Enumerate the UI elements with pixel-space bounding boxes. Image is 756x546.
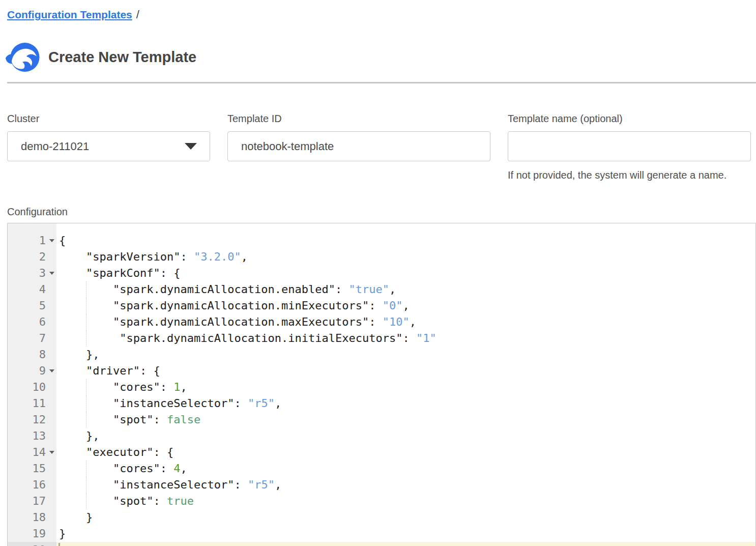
code-line[interactable]: "spark.dynamicAllocation.enabled": "true… bbox=[56, 281, 755, 298]
gutter-line-number: 3 bbox=[8, 265, 56, 281]
code-token: , bbox=[403, 299, 410, 312]
code-line[interactable]: }, bbox=[56, 347, 755, 363]
code-token: "cores" bbox=[113, 462, 160, 475]
code-token: , bbox=[180, 381, 187, 393]
code-token: : { bbox=[140, 364, 160, 377]
code-token: : bbox=[153, 495, 167, 507]
code-line[interactable] bbox=[56, 542, 755, 546]
code-token bbox=[59, 478, 113, 491]
code-token: "0" bbox=[383, 299, 403, 312]
code-token: "1" bbox=[416, 332, 437, 344]
code-token: : bbox=[160, 381, 174, 393]
code-token bbox=[59, 364, 86, 377]
code-token: }, bbox=[59, 429, 99, 442]
code-token: : bbox=[369, 299, 383, 312]
gutter-line-number: 14 bbox=[8, 444, 56, 461]
code-token: : bbox=[153, 413, 167, 426]
template-id-label: Template ID bbox=[227, 112, 490, 125]
cluster-field: Cluster demo-211021 bbox=[7, 112, 210, 181]
gutter-line-number: 4 bbox=[8, 281, 56, 298]
code-token: } bbox=[59, 511, 93, 524]
code-token: , bbox=[410, 315, 416, 328]
code-token bbox=[59, 315, 113, 328]
code-line[interactable]: "instanceSelector": "r5", bbox=[56, 395, 755, 412]
code-line[interactable]: "spark.dynamicAllocation.initialExecutor… bbox=[56, 330, 755, 347]
code-line[interactable]: "driver": { bbox=[56, 363, 755, 379]
breadcrumb-link-configuration-templates[interactable]: Configuration Templates bbox=[7, 9, 132, 20]
code-line[interactable]: "spot": true bbox=[56, 493, 755, 509]
code-line[interactable]: "sparkConf": { bbox=[56, 265, 755, 281]
editor-code-area[interactable]: { "sparkVersion": "3.2.0", "sparkConf": … bbox=[56, 223, 755, 546]
code-token bbox=[59, 446, 86, 458]
configuration-section: Configuration 12345678910111213141516171… bbox=[7, 206, 756, 546]
code-token bbox=[59, 332, 120, 344]
code-line[interactable]: "cores": 1, bbox=[56, 379, 755, 395]
code-token: , bbox=[180, 462, 187, 475]
code-line[interactable]: "cores": 4, bbox=[56, 461, 755, 477]
header-divider bbox=[7, 82, 756, 83]
template-name-field: Template name (optional) If not provided… bbox=[508, 112, 751, 181]
template-name-helper-text: If not provided, the system will generat… bbox=[508, 169, 751, 181]
gutter-line-number: 17 bbox=[8, 493, 56, 509]
code-token: : bbox=[369, 315, 383, 328]
code-token: 1 bbox=[173, 381, 180, 393]
fold-arrow-icon[interactable] bbox=[49, 451, 54, 454]
chevron-down-icon bbox=[185, 143, 197, 150]
code-line[interactable]: "executor": { bbox=[56, 444, 755, 461]
breadcrumb: Configuration Templates/ bbox=[7, 8, 756, 21]
gutter-line-number: 11 bbox=[8, 395, 56, 412]
gutter-line-number: 7 bbox=[8, 330, 56, 347]
template-name-input[interactable] bbox=[508, 131, 751, 161]
fold-arrow-icon[interactable] bbox=[49, 369, 54, 372]
text-cursor bbox=[59, 543, 60, 546]
code-line[interactable]: "instanceSelector": "r5", bbox=[56, 477, 755, 493]
code-token: 4 bbox=[173, 462, 180, 475]
code-token: : bbox=[234, 397, 248, 410]
code-token: "sparkVersion" bbox=[86, 250, 180, 263]
code-token: : { bbox=[160, 267, 181, 279]
fold-arrow-icon[interactable] bbox=[49, 239, 54, 242]
code-line[interactable]: "spot": false bbox=[56, 412, 755, 428]
code-token: : bbox=[335, 283, 349, 296]
template-id-field: Template ID bbox=[227, 112, 490, 181]
code-token: "3.2.0" bbox=[194, 250, 241, 263]
code-token: false bbox=[167, 413, 200, 426]
code-line[interactable]: { bbox=[56, 233, 755, 249]
code-line[interactable]: } bbox=[56, 509, 755, 526]
code-token: "spot" bbox=[113, 413, 153, 426]
gutter-line-number: 20 bbox=[8, 542, 56, 546]
code-token: "instanceSelector" bbox=[113, 397, 234, 410]
gutter-line-number: 8 bbox=[8, 347, 56, 363]
code-line[interactable]: "spark.dynamicAllocation.maxExecutors": … bbox=[56, 314, 755, 330]
code-token: "spark.dynamicAllocation.initialExecutor… bbox=[120, 332, 402, 344]
code-token: "sparkConf" bbox=[86, 267, 160, 279]
cluster-select-value: demo-211021 bbox=[21, 140, 89, 153]
cluster-select[interactable]: demo-211021 bbox=[7, 131, 210, 161]
code-token: , bbox=[275, 397, 281, 410]
ocean-wave-logo-icon bbox=[5, 43, 40, 72]
page-header: Create New Template bbox=[5, 43, 756, 72]
code-token: "cores" bbox=[113, 381, 160, 393]
code-token: : bbox=[180, 250, 194, 263]
code-line[interactable]: "sparkVersion": "3.2.0", bbox=[56, 249, 755, 265]
configuration-code-editor[interactable]: 1234567891011121314151617181920 { "spark… bbox=[7, 223, 756, 546]
code-line[interactable]: "spark.dynamicAllocation.minExecutors": … bbox=[56, 298, 755, 314]
template-id-input[interactable] bbox=[227, 131, 490, 161]
code-token: } bbox=[59, 527, 66, 540]
code-token bbox=[59, 462, 113, 475]
gutter-line-number: 19 bbox=[8, 526, 56, 542]
gutter-line-number: 9 bbox=[8, 363, 56, 379]
code-token: : bbox=[160, 462, 174, 475]
code-line[interactable]: }, bbox=[56, 428, 755, 444]
fold-arrow-icon[interactable] bbox=[49, 272, 54, 275]
code-line[interactable]: } bbox=[56, 526, 755, 542]
code-token: "10" bbox=[383, 315, 410, 328]
code-token: "spark.dynamicAllocation.enabled" bbox=[113, 283, 335, 296]
code-token bbox=[59, 267, 86, 279]
code-token bbox=[59, 283, 113, 296]
code-token: "r5" bbox=[248, 397, 275, 410]
code-token: "spark.dynamicAllocation.maxExecutors" bbox=[113, 315, 369, 328]
gutter-line-number: 12 bbox=[8, 412, 56, 428]
code-token bbox=[59, 413, 113, 426]
gutter-line-number: 15 bbox=[8, 461, 56, 477]
